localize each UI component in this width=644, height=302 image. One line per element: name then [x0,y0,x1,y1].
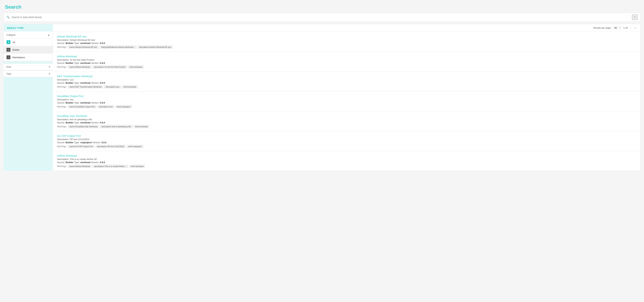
result-tags-row: MetaTags: name=S3 CDP Output Portdescrip… [57,145,636,148]
tag: kind=workload [134,125,149,128]
tag: name=Snowflake Output Port [68,105,96,108]
collapse-label: Collapse [6,34,16,36]
tag: description=DP test 12/12/2022 [96,145,126,148]
sidebar-header: RESULT TYPE [4,24,53,31]
chevron-up-icon: ▲ [48,34,50,36]
result-item: Airflow Workload Description: To test th… [53,52,640,72]
tag: description=nnn [98,105,114,108]
results-per-page-label: Results per page: [593,26,611,29]
tag: name=Airflow Workload [68,65,92,69]
result-tags-row: MetaTags: name=Snowflake Output Portdesc… [57,105,636,108]
results-list: Airbyte Workload EE test Description: Ai… [53,32,640,171]
filter-item-builder[interactable]: ☷ Builder [4,46,53,54]
result-tags-row: MetaTags: name=Airflow Workloaddescripti… [57,165,636,168]
search-bar: 🔍 ✕ [4,13,640,22]
tag: name=Snowflake SQL Workload [68,125,99,128]
all-icon: A [6,40,10,44]
result-tags-row: MetaTags: name=Snowflake SQL Workloaddes… [57,125,636,128]
results-area: Results per page: 25 50 100 1-25 ‹ › Air… [53,24,640,171]
result-title[interactable]: Airbyte Workload EE test [57,35,636,38]
kind-dropdown[interactable]: Kind [4,63,53,70]
sidebar: RESULT TYPE Collapse ▲ A All ☷ Builder ☷… [4,24,53,171]
filter-item-marketplace[interactable]: ☷ Marketplace [4,54,53,61]
tag: kind=outputport [115,105,132,108]
filter-marketplace-label: Marketplace [12,56,25,59]
result-type-label: RESULT TYPE [7,27,49,29]
meta-tags-label: MetaTags: [57,66,67,68]
result-description: Description: uuu [57,78,636,81]
tag: name=Airbyte Workload EE test [68,45,98,49]
meta-tags-label: MetaTags: [57,165,67,167]
result-description: Description: DP test 12/12/2022 [57,138,636,141]
result-title[interactable]: Airflow Workload [57,154,636,157]
result-meta: Source: Builder Type: workload Version: … [57,161,636,164]
tag: name=Airflow Workload [68,165,92,168]
results-range: 1-25 [623,26,628,29]
meta-tags-label: MetaTags: [57,46,67,48]
tag: kind=workload [122,85,138,88]
result-meta: Source: Builder Type: workload Version: … [57,101,636,104]
tag: description=This is to create Airflow ..… [93,165,128,168]
result-description: Description: To test the Data Product [57,59,636,61]
prev-page-button[interactable]: ‹ [629,26,632,30]
result-title[interactable]: S3 CDP Output Port [57,134,636,137]
result-meta: Source: Builder Type: outputport Version… [57,141,636,144]
tag: fullyQualifiedName=Airbyte Workload... [100,45,136,49]
type-dropdown[interactable]: Type [4,70,53,77]
result-description: Description: Airbyte Workload EE test [57,39,636,41]
builder-icon: ☷ [6,48,10,52]
meta-tags-label: MetaTags: [57,145,67,148]
results-per-page-select[interactable]: 25 50 100 [613,26,622,30]
collapse-row[interactable]: Collapse ▲ [4,31,53,38]
result-item: S3 CDP Output Port Description: DP test … [53,131,640,151]
search-close-button[interactable]: ✕ [632,14,638,20]
tag: description=Airbyte Workload EE test [138,45,173,49]
result-item: Snowflake SQL Workload Description: test… [53,111,640,131]
result-title[interactable]: Snowflake Output Port [57,95,636,98]
result-meta: Source: Builder Type: workload Version: … [57,62,636,64]
search-input[interactable] [12,16,632,19]
marketplace-icon: ☷ [6,55,10,59]
tag: kind=outputport [127,145,143,148]
tag: description=uuu [104,85,121,88]
result-description: Description: nnn [57,98,636,101]
result-description: Description: This is to create Airflow S… [57,158,636,160]
result-tags-row: MetaTags: name=Airbyte Workload EE testf… [57,45,636,49]
result-meta: Source: Builder Type: workload Version: … [57,82,636,84]
meta-tags-label: MetaTags: [57,106,67,108]
tag: name=DBT Transformation Workload [68,85,103,88]
results-header: Results per page: 25 50 100 1-25 ‹ › [53,24,640,32]
result-item: Snowflake Output Port Description: nnn S… [53,91,640,111]
filter-all-label: All [12,41,15,44]
result-item: Airbyte Workload EE test Description: Ai… [53,32,640,52]
result-title[interactable]: DBT Transformation Workload [57,75,636,78]
result-description: Description: test of uploading a file [57,118,636,121]
filter-builder-label: Builder [12,48,20,51]
result-tags-row: MetaTags: name=DBT Transformation Worklo… [57,85,636,88]
filter-item-all[interactable]: A All [4,38,53,46]
result-meta: Source: Builder Type: workload Version: … [57,121,636,124]
result-meta: Source: Builder Type: workload Version: … [57,42,636,44]
result-title[interactable]: Airflow Workload [57,55,636,58]
search-icon: 🔍 [6,16,10,19]
tag: kind=workload [130,165,145,168]
page-title: Search [0,0,644,13]
result-item: DBT Transformation Workload Description:… [53,72,640,91]
tag: description=test of uploading a file [100,125,132,128]
tag: description=To test the Data Product [93,65,127,69]
next-page-button[interactable]: › [634,26,637,30]
result-tags-row: MetaTags: name=Airflow Workloaddescripti… [57,65,636,69]
tag: kind=workload [128,65,144,69]
tag: name=S3 CDP Output Port [68,145,94,148]
meta-tags-label: MetaTags: [57,125,67,128]
result-item: Airflow Workload Description: This is to… [53,151,640,171]
result-title[interactable]: Snowflake SQL Workload [57,115,636,117]
meta-tags-label: MetaTags: [57,86,67,88]
